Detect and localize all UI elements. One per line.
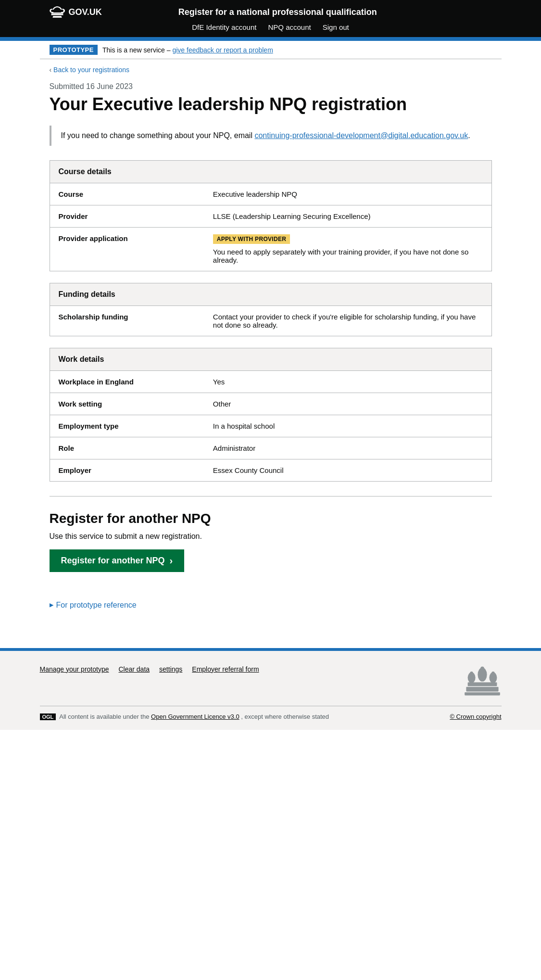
employer-value: Essex County Council [204,459,491,481]
breadcrumb: Back to your registrations [50,59,492,82]
blue-bar [0,37,541,41]
provider-application-key: Provider application [50,227,204,271]
svg-rect-4 [466,687,498,691]
service-title: Register for a national professional qua… [178,7,377,17]
sign-out-link[interactable]: Sign out [323,23,349,31]
apply-text: You need to apply separately with your t… [213,248,468,264]
header-nav: DfE Identity account NPQ account Sign ou… [192,23,349,31]
work-details-table: Workplace in England Yes Work setting Ot… [50,371,491,481]
funding-details-heading: Funding details [50,283,491,306]
work-setting-value: Other [204,393,491,415]
funding-details-table: Scholarship funding Contact your provide… [50,306,491,336]
info-text: If you need to change something about yo… [61,131,255,140]
dfe-identity-link[interactable]: DfE Identity account [192,23,256,31]
ogl-logo: OGL [40,713,56,720]
svg-rect-5 [465,692,500,695]
table-row: Employer Essex County Council [50,459,491,481]
funding-details-card: Funding details Scholarship funding Cont… [50,283,492,336]
footer-ogl-text: All content is available under the [59,713,149,720]
prototype-reference-toggle[interactable]: For prototype reference [50,601,137,610]
page-title: Your Executive leadership NPQ registrati… [50,95,492,114]
work-details-heading: Work details [50,348,491,371]
submission-date: Submitted 16 June 2023 [50,82,492,91]
role-value: Administrator [204,437,491,459]
site-footer: Manage your prototype Clear data setting… [0,648,541,730]
role-key: Role [50,437,204,459]
course-details-table: Course Executive leadership NPQ Provider… [50,183,491,271]
table-row: Employment type In a hospital school [50,415,491,437]
footer-copyright: © Crown copyright [450,713,501,720]
feedback-link[interactable]: give feedback or report a problem [172,46,273,54]
course-details-heading: Course details [50,161,491,183]
footer-employer-referral[interactable]: Employer referral form [192,665,259,673]
register-another-heading: Register for another NPQ [50,511,492,526]
back-link[interactable]: Back to your registrations [50,66,130,74]
register-another-desc: Use this service to submit a new registr… [50,532,492,541]
svg-point-8 [491,671,494,674]
provider-value: LLSE (Leadership Learning Securing Excel… [204,205,491,227]
prototype-reference-section: For prototype reference [50,601,492,610]
info-suffix: . [468,131,470,140]
npq-account-link[interactable]: NPQ account [268,23,311,31]
register-another-button[interactable]: Register for another NPQ › [50,549,185,572]
svg-point-6 [480,666,484,670]
table-row: Scholarship funding Contact your provide… [50,306,491,336]
work-details-card: Work details Workplace in England Yes Wo… [50,348,492,482]
course-details-card: Course details Course Executive leadersh… [50,160,492,271]
table-row: Course Executive leadership NPQ [50,183,491,205]
work-setting-key: Work setting [50,393,204,415]
footer-settings[interactable]: settings [159,665,182,673]
table-row: Provider application APPLY WITH PROVIDER… [50,227,491,271]
gov-uk-logo[interactable]: GOV.UK [50,6,102,18]
workplace-key: Workplace in England [50,371,204,393]
scholarship-value: Contact your provider to check if you're… [204,306,491,336]
phase-banner: PROTOTYPE This is a new service – give f… [40,41,502,59]
course-key: Course [50,183,204,205]
footer-manage-prototype[interactable]: Manage your prototype [40,665,109,673]
section-divider [50,496,492,496]
footer-nav: Manage your prototype Clear data setting… [40,665,259,673]
site-header: GOV.UK Register for a national professio… [0,0,541,37]
footer-clear-data[interactable]: Clear data [118,665,150,673]
table-row: Workplace in England Yes [50,371,491,393]
svg-rect-3 [467,682,497,686]
register-button-label: Register for another NPQ [61,556,165,566]
footer-crown-icon [463,665,502,696]
email-link[interactable]: continuing-professional-development@digi… [254,131,468,140]
table-row: Role Administrator [50,437,491,459]
copyright-link[interactable]: © Crown copyright [450,713,501,720]
info-box: If you need to change something about yo… [50,126,492,146]
course-value: Executive leadership NPQ [204,183,491,205]
main-content: Back to your registrations Submitted 16 … [40,59,502,648]
table-row: Work setting Other [50,393,491,415]
workplace-value: Yes [204,371,491,393]
prototype-ref-label: For prototype reference [56,601,137,610]
provider-key: Provider [50,205,204,227]
employment-type-key: Employment type [50,415,204,437]
footer-ogl-link[interactable]: Open Government Licence v3.0 [151,713,239,720]
prototype-tag: PROTOTYPE [50,45,98,55]
table-row: Provider LLSE (Leadership Learning Secur… [50,205,491,227]
provider-application-value: APPLY WITH PROVIDER You need to apply se… [204,227,491,271]
scholarship-key: Scholarship funding [50,306,204,336]
footer-bottom: OGL All content is available under the O… [40,706,502,721]
apply-badge: APPLY WITH PROVIDER [213,234,290,244]
phase-banner-text: This is a new service – give feedback or… [102,46,273,54]
employer-key: Employer [50,459,204,481]
register-button-arrow: › [170,555,173,566]
svg-point-7 [470,671,473,674]
employment-type-value: In a hospital school [204,415,491,437]
footer-ogl-suffix: , except where otherwise stated [241,713,329,720]
footer-licence: OGL All content is available under the O… [40,713,329,721]
